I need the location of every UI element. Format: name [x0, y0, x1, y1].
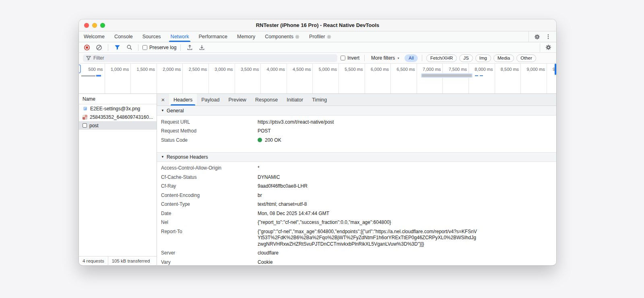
header-value: Mon, 08 Dec 2025 14:47:44 GMT	[258, 211, 478, 217]
pill-divider	[422, 55, 422, 61]
status-ok-icon	[258, 138, 262, 142]
invert-checkbox[interactable]	[341, 56, 345, 60]
response-header-row: Vary Cookie	[157, 258, 556, 265]
status-code-value: 200 OK	[265, 137, 281, 143]
waterfall-dash	[475, 75, 478, 76]
detail-tabbar: × Headers Payload Preview Response Initi…	[157, 94, 556, 106]
tab-memory[interactable]: Memory	[232, 31, 260, 42]
collapse-triangle-icon: ▼	[161, 109, 164, 112]
filter-pill-all[interactable]: All	[405, 54, 418, 62]
filter-input[interactable]	[93, 55, 334, 61]
settings-gear-button[interactable]	[532, 32, 542, 41]
timeline-range-handle-left[interactable]	[79, 64, 81, 73]
toolbar-divider	[138, 44, 138, 51]
preserve-log-control: Preserve log	[142, 45, 176, 50]
detail-tab-timing[interactable]: Timing	[308, 94, 331, 106]
request-name: E2EE-settings@3x.png	[90, 106, 140, 112]
tab-performance[interactable]: Performance	[194, 31, 232, 42]
header-value: {"report_to":"cf-nel","success_fraction"…	[258, 219, 478, 226]
invert-filter-control: Invert	[341, 55, 359, 61]
header-name: Content-Encoding	[161, 192, 258, 199]
header-name: Cf-Ray	[161, 183, 258, 190]
network-overview-timeline[interactable]: 500 ms 1,000 ms 1,500 ms 2,000 ms	[79, 64, 556, 94]
import-har-button[interactable]	[185, 43, 194, 52]
detail-tab-response[interactable]: Response	[251, 94, 282, 106]
waterfall-bar-early-track	[81, 75, 95, 77]
toolbar-divider	[180, 44, 181, 51]
response-header-row: Nel {"report_to":"cf-nel","success_fract…	[157, 218, 556, 228]
timeline-scrollbar[interactable]	[555, 64, 556, 75]
request-list-panel: Name E2EE-settings@3x.png 258435352_6486…	[79, 94, 157, 265]
response-header-row: Content-Encoding br	[157, 191, 556, 200]
general-rows: Request URL https://ptsv3.com/t/react-na…	[157, 116, 556, 147]
timeline-tick: 5,500 ms	[339, 64, 365, 93]
timeline-tick-label: 9,000 ms	[526, 67, 545, 72]
network-settings-button[interactable]	[543, 43, 553, 52]
header-value: 9aad0f46ffbc0ae8-LHR	[258, 183, 478, 190]
waterfall-bar-post-request	[422, 74, 472, 77]
tabbar-actions	[528, 31, 556, 42]
request-row-photo[interactable]: 258435352_648609743160...	[79, 113, 157, 121]
chevron-down-icon: ▼	[397, 57, 400, 60]
clear-icon	[96, 44, 102, 51]
waterfall-bar-early-segment	[96, 75, 101, 77]
request-row-e2ee-settings[interactable]: E2EE-settings@3x.png	[79, 104, 157, 113]
network-summary-bar: 4 requests 105 kB transferred	[79, 256, 157, 265]
timeline-tick-label: 2,000 ms	[163, 67, 181, 72]
record-network-log-button[interactable]	[82, 43, 92, 52]
filter-pill-fetch-xhr[interactable]: Fetch/XHR	[426, 54, 457, 62]
filter-pill-other[interactable]: Other	[516, 54, 536, 62]
timeline-tick-label: 5,500 ms	[345, 67, 363, 72]
general-section-header[interactable]: ▼ General	[157, 106, 556, 116]
detail-tab-preview[interactable]: Preview	[224, 94, 250, 106]
clear-network-log-button[interactable]	[94, 43, 104, 52]
header-value: text/html; charset=utf-8	[258, 201, 478, 208]
desktop-background: RNTester (iPhone 16 Pro) - React Native …	[0, 0, 644, 298]
timeline-tick-label: 2,500 ms	[189, 67, 207, 72]
filter-divider	[364, 55, 365, 61]
tab-network[interactable]: Network	[166, 31, 194, 42]
close-window-button[interactable]	[84, 23, 89, 28]
record-icon	[84, 44, 90, 51]
preserve-log-checkbox[interactable]	[142, 45, 147, 50]
timeline-tick: 6,000 ms	[365, 64, 391, 93]
filter-pill-img[interactable]: Img	[475, 54, 491, 62]
more-filters-dropdown[interactable]: More filters ▼	[369, 55, 401, 61]
header-value: *	[258, 165, 478, 172]
request-row-post[interactable]: post	[79, 121, 157, 130]
more-options-button[interactable]	[543, 32, 553, 41]
tab-console[interactable]: Console	[109, 31, 138, 42]
close-detail-button[interactable]: ×	[157, 94, 169, 106]
header-value: DYNAMIC	[258, 174, 478, 181]
name-column-header[interactable]: Name	[79, 94, 157, 104]
filter-toggle-button[interactable]	[112, 43, 122, 52]
response-header-row: Server cloudflare	[157, 249, 556, 258]
header-name: Access-Control-Allow-Origin	[161, 165, 258, 172]
download-icon	[199, 44, 205, 50]
tab-sources[interactable]: Sources	[138, 31, 166, 42]
window-title: RNTester (iPhone 16 Pro) - React Native …	[79, 22, 556, 28]
waterfall-dash	[480, 75, 483, 76]
header-value: cloudflare	[258, 250, 478, 257]
zoom-window-button[interactable]	[100, 23, 105, 28]
minimize-window-button[interactable]	[92, 23, 97, 28]
filter-pill-js[interactable]: JS	[459, 54, 473, 62]
detail-tab-headers[interactable]: Headers	[169, 94, 197, 106]
tab-welcome[interactable]: Welcome	[79, 31, 109, 42]
response-header-row: Report-To {"group":"cf-nel","max_age":60…	[157, 227, 556, 249]
timeline-tick: 500 ms	[79, 64, 105, 93]
filter-pill-media[interactable]: Media	[493, 54, 514, 62]
detail-tab-payload[interactable]: Payload	[197, 94, 224, 106]
timeline-tick-label: 1,500 ms	[137, 67, 155, 72]
tab-components[interactable]: Components	[260, 31, 304, 42]
response-headers-section-header[interactable]: ▼ Response Headers	[157, 152, 556, 162]
tab-profiler[interactable]: Profiler	[304, 31, 336, 42]
timeline-tick: 4,000 ms	[261, 64, 287, 93]
header-value: {"group":"cf-nel","max_age":604800,"endp…	[258, 229, 478, 248]
network-toolbar: Preserve log	[79, 42, 556, 53]
detail-tab-initiator[interactable]: Initiator	[282, 94, 308, 106]
export-har-button[interactable]	[197, 43, 206, 52]
search-button[interactable]	[124, 43, 134, 52]
general-row-status-code: Status Code 200 OK	[157, 136, 556, 145]
timeline-tick: 7,500 ms	[443, 64, 469, 93]
